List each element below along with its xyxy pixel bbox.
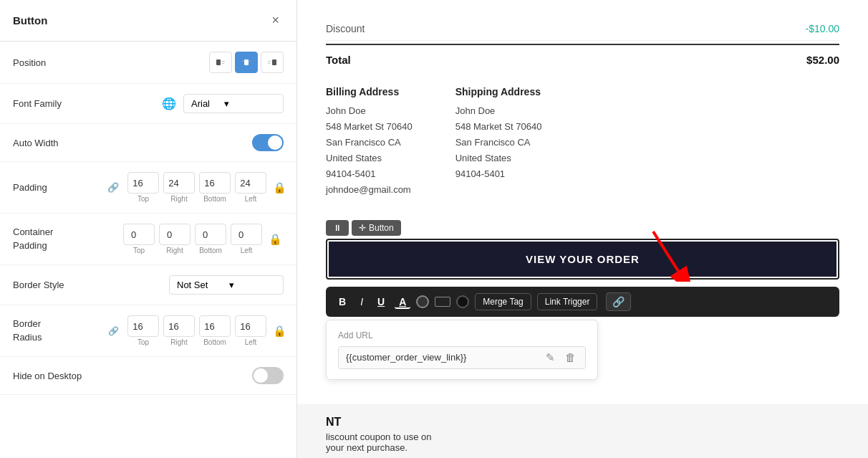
padding-lock-icon[interactable]: 🔒 [271,177,288,199]
container-padding-bottom-input[interactable] [195,224,226,245]
auto-width-row: Auto Width [0,124,296,162]
border-radius-lock-icon[interactable]: 🔒 [271,320,288,342]
container-padding-right-input[interactable] [159,224,191,245]
padding-top-input[interactable] [127,172,159,194]
hide-desktop-label: Hide on Desktop [13,371,106,381]
font-family-row: Font Family 🌐 Arial ▾ [0,84,296,124]
add-url-input[interactable] [346,352,538,363]
shipping-city: San Francisco CA [455,137,531,148]
hide-desktop-toggle[interactable] [252,367,284,384]
hide-desktop-row: Hide on Desktop [0,357,296,395]
border-radius-top-input[interactable] [127,315,159,337]
border-radius-right-label: Right [170,338,187,346]
chevron-down-icon: ▾ [224,98,229,109]
underline-button[interactable]: U [373,295,389,309]
border-radius-bottom-label: Bottom [203,338,226,346]
shipping-address-block: Shipping Address John Doe 548 Market St … [455,86,542,199]
button-toolbar-area: ⏸ ✛ Button [326,220,839,380]
total-label: Total [326,54,351,66]
font-select-value: Arial [191,98,210,109]
padding-bottom-wrap: Bottom [199,172,231,203]
padding-right-wrap: Right [163,172,195,203]
total-row: Total $52.00 [326,44,839,72]
padding-fields: Top Right Bottom Left [127,172,266,203]
padding-left-input[interactable] [235,172,266,194]
shipping-name: John Doe [455,105,496,116]
svg-rect-2 [222,63,224,64]
border-radius-left-input[interactable] [235,315,266,337]
border-radius-top-wrap: Top [127,315,159,346]
svg-rect-4 [242,61,243,62]
bold-button[interactable]: B [334,295,350,309]
discount-footer-title: NT [326,416,839,429]
position-center-button[interactable] [235,52,258,73]
shipping-zip: 94104-5401 [455,168,505,179]
button-preview-container: VIEW YOUR ORDER [326,239,839,280]
border-radius-label: BorderRadius [13,318,106,343]
container-padding-lock-icon[interactable]: 🔒 [266,229,284,250]
svg-rect-6 [272,59,276,65]
view-order-button[interactable]: VIEW YOUR ORDER [329,242,836,277]
font-select-dropdown[interactable]: Arial ▾ [183,94,284,113]
billing-street: 548 Market St 70640 [326,121,413,132]
position-right-button[interactable] [261,52,284,73]
move-element-button[interactable]: ✛ Button [352,220,401,236]
billing-city: San Francisco CA [326,137,401,148]
italic-button[interactable]: I [356,295,367,309]
url-delete-button[interactable]: 🗑 [563,351,578,363]
chain-icon: 🔗 [612,296,625,307]
border-radius-link-icon[interactable]: 🔗 [106,324,120,338]
border-radius-bottom-input[interactable] [199,315,231,337]
link-trigger-button[interactable]: Link Trigger [537,293,598,310]
auto-width-toggle[interactable] [252,134,284,151]
discount-value: -$10.00 [806,23,839,34]
billing-address: John Doe 548 Market St 70640 San Francis… [326,103,413,199]
border-radius-controls: 🔗 Top Right Bottom Left [106,315,288,346]
add-url-label: Add URL [338,330,586,340]
border-style-dropdown[interactable]: Not Set ▾ [169,275,284,295]
position-label: Position [13,57,106,68]
padding-top-label: Top [138,195,149,203]
pause-element-button[interactable]: ⏸ [326,220,349,236]
billing-heading: Billing Address [326,86,413,97]
left-panel: Button × Position Font Family 🌐 [0,0,297,458]
padding-label: Padding [13,182,106,193]
background-color-button[interactable] [456,295,469,308]
highlight-button[interactable] [435,297,450,307]
url-edit-button[interactable]: ✎ [544,351,557,364]
padding-bottom-input[interactable] [199,172,231,194]
font-family-select: 🌐 Arial ▾ [160,94,284,113]
move-icon: ✛ [359,223,366,233]
panel-title: Button [13,14,47,27]
svg-rect-0 [216,59,221,65]
container-padding-controls: Top Right Bottom Left 🔒 [106,224,284,254]
link-icon-button[interactable]: 🔗 [606,292,631,311]
container-padding-row: ContainerPadding Top Right Bottom Left [0,214,296,265]
discount-footer-body: liscount coupon to use on [326,431,839,442]
merge-tag-button[interactable]: Merge Tag [475,293,531,310]
discount-footer-more: your next purchase. [326,442,839,453]
border-radius-row: BorderRadius 🔗 Top Right Bottom Le [0,305,296,357]
shipping-country: United States [455,153,511,163]
position-left-button[interactable] [209,52,232,73]
container-padding-top-input[interactable] [123,224,155,245]
border-radius-right-input[interactable] [163,315,195,337]
container-padding-right-label: Right [166,247,183,254]
container-padding-bottom-wrap: Bottom [195,224,226,254]
text-color-button[interactable] [416,295,429,308]
discount-label: Discount [326,23,365,34]
container-padding-bottom-label: Bottom [199,247,222,254]
position-controls [106,52,284,73]
auto-width-controls [106,134,284,151]
globe-icon: 🌐 [160,95,178,113]
border-radius-right-wrap: Right [163,315,195,346]
container-padding-left-label: Left [241,247,253,254]
svg-rect-8 [268,63,270,64]
close-button[interactable]: × [267,11,284,29]
padding-link-icon[interactable]: 🔗 [106,181,120,195]
svg-rect-1 [222,61,225,62]
panel-header: Button × [0,0,296,42]
strikethrough-button[interactable]: A [395,295,410,309]
container-padding-left-input[interactable] [231,224,262,245]
padding-right-input[interactable] [163,172,195,194]
